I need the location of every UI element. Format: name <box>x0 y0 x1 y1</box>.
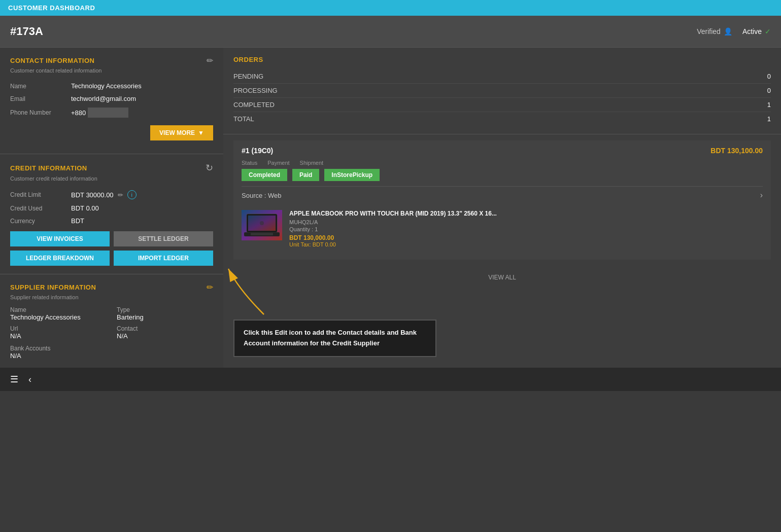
completed-row: COMPLETED 1 <box>233 98 771 112</box>
total-row: TOTAL 1 <box>233 112 771 126</box>
contact-name-label: Name <box>10 83 71 90</box>
product-qty: Quantity : 1 <box>289 226 763 232</box>
product-tax: Unit Tax: BDT 0.00 <box>289 241 763 247</box>
supplier-bank-row: Bank Accounts N/A <box>10 345 213 360</box>
credit-limit-value-row: BDT 30000.00 ✏ i <box>71 190 137 199</box>
verified-status: Verified 👤 <box>697 27 732 36</box>
source-label: Source : Web <box>242 192 282 199</box>
credit-used-label: Credit Used <box>10 205 71 212</box>
refresh-icon[interactable]: ↻ <box>206 162 213 173</box>
completed-label: COMPLETED <box>233 101 275 109</box>
contact-phone-row: Phone Number +880 <box>10 105 213 120</box>
supplier-contact-label: Contact <box>117 325 213 332</box>
contact-information-section: CONTACT INFORMATION ✏ Customer contact r… <box>0 48 223 154</box>
supplier-url-col: Url N/A <box>10 325 107 340</box>
order-labels-row: Status Payment Shipment <box>242 160 763 166</box>
contact-section-title: CONTACT INFORMATION <box>10 57 94 64</box>
status-badges: Completed Paid InStorePickup <box>242 169 763 181</box>
header-right: Verified 👤 Active ✓ <box>697 27 771 36</box>
credit-limit-edit-icon[interactable]: ✏ <box>118 191 123 199</box>
orders-title: ORDERS <box>233 56 771 63</box>
currency-label: Currency <box>10 218 71 225</box>
pending-label: PENDING <box>233 73 263 80</box>
pending-value: 0 <box>767 73 771 80</box>
info-icon[interactable]: i <box>127 190 137 199</box>
product-name: APPLE MACBOOK PRO WITH TOUCH BAR (MID 20… <box>289 210 763 217</box>
product-image-svg <box>242 210 282 240</box>
supplier-info-grid: Name Technology Accessories Type Barteri… <box>10 306 213 340</box>
view-invoices-button[interactable]: VIEW INVOICES <box>10 231 110 246</box>
currency-row: Currency BDT <box>10 215 213 227</box>
contact-phone-value: +880 <box>71 109 86 117</box>
product-price: BDT 130,000.00 <box>289 234 763 241</box>
orders-section: ORDERS PENDING 0 PROCESSING 0 COMPLETED … <box>223 48 781 134</box>
contact-edit-icon[interactable]: ✏ <box>207 56 213 65</box>
order-number: #1 (19C0) <box>242 147 273 155</box>
view-more-button[interactable]: VIEW MORE ▼ <box>150 125 213 140</box>
tooltip-container: Click this Edit icon to add the Contact … <box>233 320 771 357</box>
import-ledger-label: IMPORT LEDGER <box>138 255 189 262</box>
tooltip-text: Click this Edit icon to add the Contact … <box>244 329 417 347</box>
credit-used-value: BDT 0.00 <box>71 204 99 212</box>
supplier-section-subtitle: Supplier related information <box>10 294 213 300</box>
active-status: Active ✓ <box>742 27 771 36</box>
processing-value: 0 <box>767 87 771 94</box>
hamburger-icon[interactable]: ☰ <box>10 374 18 385</box>
supplier-section-header: SUPPLIER INFORMATION ✏ <box>10 282 213 292</box>
supplier-type-label: Type <box>117 306 213 313</box>
total-label: TOTAL <box>233 115 254 123</box>
ledger-breakdown-label: LEDGER BREAKDOWN <box>26 255 94 262</box>
supplier-section-title: SUPPLIER INFORMATION <box>10 283 96 291</box>
ledger-breakdown-button[interactable]: LEDGER BREAKDOWN <box>10 251 110 266</box>
hamburger-label: ☰ <box>10 374 18 384</box>
bottom-bar: ☰ ‹ <box>0 368 781 391</box>
product-sku: MUHQ2L/A <box>289 219 763 225</box>
supplier-type-col: Type Bartering <box>117 306 213 321</box>
back-label: ‹ <box>28 374 31 384</box>
left-panel: CONTACT INFORMATION ✏ Customer contact r… <box>0 48 223 368</box>
verified-label: Verified <box>697 27 721 36</box>
contact-name-value: Technology Accessories <box>71 82 142 90</box>
currency-value: BDT <box>71 217 84 225</box>
credit-information-section: CREDIT INFORMATION ↻ Customer credit rel… <box>0 154 223 274</box>
main-content: CONTACT INFORMATION ✏ Customer contact r… <box>0 48 781 368</box>
svg-rect-5 <box>251 233 273 235</box>
top-bar: CUSTOMER DASHBOARD <box>0 0 781 16</box>
view-more-label: VIEW MORE <box>159 129 195 136</box>
back-icon[interactable]: ‹ <box>28 374 31 385</box>
credit-limit-label: Credit Limit <box>10 191 71 198</box>
view-invoices-label: VIEW INVOICES <box>37 235 83 242</box>
credit-section-header: CREDIT INFORMATION ↻ <box>10 162 213 173</box>
credit-section-title: CREDIT INFORMATION <box>10 164 87 172</box>
phone-blur <box>88 108 128 118</box>
header-bar: #173A Verified 👤 Active ✓ <box>0 16 781 48</box>
supplier-url-label: Url <box>10 325 107 332</box>
product-info: APPLE MACBOOK PRO WITH TOUCH BAR (MID 20… <box>289 210 763 247</box>
completed-value: 1 <box>767 101 771 109</box>
credit-section-subtitle: Customer credit related information <box>10 175 213 182</box>
clearfix: VIEW MORE ▼ <box>10 120 213 140</box>
supplier-information-section: SUPPLIER INFORMATION ✏ Supplier related … <box>0 274 223 368</box>
view-all-button[interactable]: VIEW ALL <box>223 266 781 289</box>
supplier-name-value: Technology Accessories <box>10 313 107 321</box>
supplier-contact-col: Contact N/A <box>117 325 213 340</box>
credit-icons: ↻ <box>206 162 213 173</box>
credit-buttons-row-1: VIEW INVOICES SETTLE LEDGER <box>10 231 213 246</box>
pending-row: PENDING 0 <box>233 69 771 84</box>
settle-ledger-button[interactable]: SETTLE LEDGER <box>114 231 213 246</box>
supplier-name-label: Name <box>10 306 107 313</box>
payment-badge: Paid <box>292 169 319 181</box>
total-value: 1 <box>767 115 771 123</box>
credit-used-row: Credit Used BDT 0.00 <box>10 202 213 215</box>
supplier-edit-icon[interactable]: ✏ <box>207 282 213 292</box>
chevron-right-icon[interactable]: › <box>760 191 763 200</box>
supplier-contact-value: N/A <box>117 332 213 340</box>
import-ledger-button[interactable]: IMPORT LEDGER <box>114 251 213 266</box>
status-label: Status <box>242 160 257 166</box>
credit-buttons-row-2: LEDGER BREAKDOWN IMPORT LEDGER <box>10 251 213 266</box>
active-label: Active <box>742 27 762 36</box>
supplier-name-col: Name Technology Accessories <box>10 306 107 321</box>
supplier-url-value: N/A <box>10 332 107 340</box>
chevron-down-icon: ▼ <box>198 129 204 136</box>
tooltip-box: Click this Edit icon to add the Contact … <box>233 320 436 357</box>
